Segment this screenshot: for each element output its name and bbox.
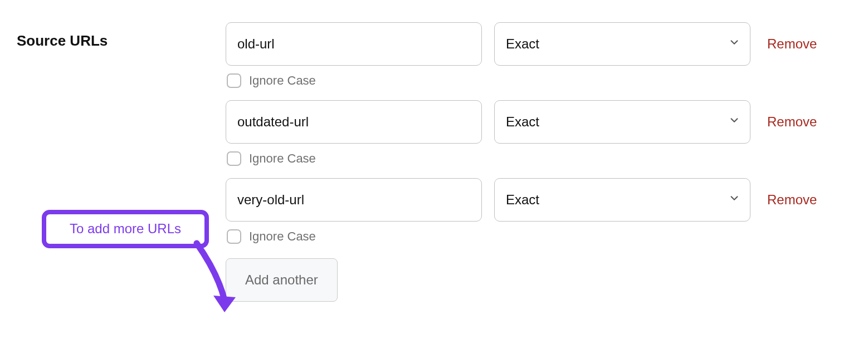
ignore-case-row: Ignore Case (226, 229, 851, 244)
url-row: Exact Remove (226, 178, 851, 222)
match-type-select[interactable]: Exact (494, 22, 750, 66)
annotation-text: To add more URLs (42, 210, 209, 248)
match-type-value: Exact (506, 36, 539, 52)
svg-marker-0 (213, 296, 236, 312)
match-type-select[interactable]: Exact (494, 178, 750, 222)
remove-link[interactable]: Remove (767, 192, 817, 208)
url-row: Exact Remove (226, 100, 851, 144)
source-urls-label: Source URLs (17, 32, 226, 50)
source-url-input[interactable] (226, 100, 482, 144)
ignore-case-label: Ignore Case (249, 151, 316, 166)
ignore-case-label: Ignore Case (249, 229, 316, 244)
ignore-case-row: Ignore Case (226, 73, 851, 88)
annotation-arrow-icon (191, 240, 247, 312)
source-url-input[interactable] (226, 178, 482, 222)
remove-link[interactable]: Remove (767, 36, 817, 52)
ignore-case-row: Ignore Case (226, 151, 851, 166)
ignore-case-checkbox[interactable] (227, 151, 241, 166)
source-url-input[interactable] (226, 22, 482, 66)
annotation-callout: To add more URLs (42, 210, 209, 248)
ignore-case-checkbox[interactable] (227, 73, 241, 88)
ignore-case-label: Ignore Case (249, 73, 316, 88)
match-type-value: Exact (506, 114, 539, 130)
url-row: Exact Remove (226, 22, 851, 66)
match-type-value: Exact (506, 192, 539, 208)
match-type-select[interactable]: Exact (494, 100, 750, 144)
remove-link[interactable]: Remove (767, 114, 817, 130)
